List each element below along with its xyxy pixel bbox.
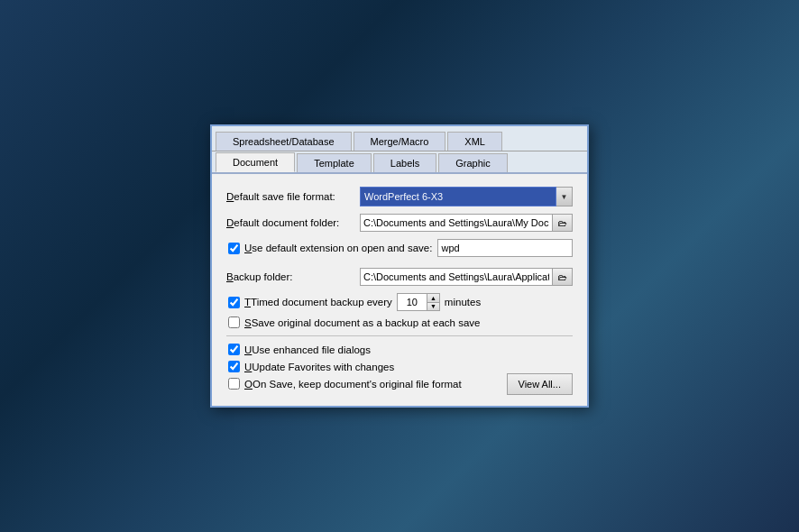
use-enhanced-dialogs-row: UUse enhanced file dialogs: [226, 344, 496, 355]
timed-backup-row: TTimed document backup every ▲ ▼ minutes: [226, 293, 573, 311]
backup-folder-browse-btn[interactable]: 🗁: [553, 268, 573, 286]
keep-original-format-row: OOn Save, keep document's original file …: [226, 378, 496, 390]
default-save-format-label: Default save file format:: [226, 191, 360, 202]
settings-dialog: Spreadsheet/Database Merge/Macro XML Doc…: [210, 124, 589, 408]
dialog-content: Default save file format: WordPerfect 6-…: [212, 174, 587, 406]
save-original-label: SSave original document as a backup at e…: [244, 317, 480, 328]
default-document-folder-row: Default document folder: 🗁: [226, 214, 573, 232]
spinner-buttons: ▲ ▼: [427, 293, 440, 311]
use-default-extension-label: Use default extension on open and save:: [244, 243, 432, 253]
tab-template[interactable]: Template: [297, 153, 372, 172]
use-default-extension-checkbox[interactable]: [228, 243, 240, 254]
tab-graphic[interactable]: Graphic: [438, 153, 508, 172]
update-favorites-label: UUpdate Favorites with changes: [244, 362, 394, 372]
use-enhanced-dialogs-checkbox[interactable]: [228, 344, 240, 355]
spin-up-button[interactable]: ▲: [427, 294, 439, 303]
timed-backup-checkbox[interactable]: [228, 297, 240, 308]
view-all-button[interactable]: View All...: [507, 373, 574, 395]
timed-backup-label: TTimed document backup every: [244, 297, 392, 307]
keep-original-format-label: OOn Save, keep document's original file …: [244, 379, 462, 390]
save-format-dropdown-btn[interactable]: [556, 187, 573, 206]
extension-input[interactable]: [437, 239, 573, 257]
update-favorites-checkbox[interactable]: [228, 361, 240, 372]
tab-row-2: Document Template Labels Graphic: [212, 151, 587, 174]
use-enhanced-dialogs-label: UUse enhanced file dialogs: [244, 344, 371, 355]
backup-folder-row: Backup folder: 🗁: [226, 268, 573, 286]
default-save-format-wrapper: WordPerfect 6-X3: [360, 187, 573, 206]
keep-original-format-checkbox[interactable]: [228, 378, 240, 390]
timed-backup-spinner-wrapper: ▲ ▼: [397, 293, 440, 311]
spin-down-button[interactable]: ▼: [427, 303, 439, 311]
tab-xml[interactable]: XML: [447, 132, 502, 151]
use-default-extension-row: Use default extension on open and save:: [226, 239, 573, 257]
minutes-label: minutes: [445, 297, 481, 307]
timed-backup-minutes-input[interactable]: [397, 293, 427, 311]
default-document-folder-browse-btn[interactable]: 🗁: [553, 214, 573, 232]
update-favorites-row: UUpdate Favorites with changes: [226, 361, 496, 372]
default-document-folder-wrapper: 🗁: [360, 214, 573, 232]
folder-icon: 🗁: [558, 218, 567, 228]
tab-labels[interactable]: Labels: [373, 153, 436, 172]
default-save-format-row: Default save file format: WordPerfect 6-…: [226, 187, 573, 206]
backup-folder-wrapper: 🗁: [360, 268, 573, 286]
tab-merge-macro[interactable]: Merge/Macro: [354, 132, 446, 151]
folder-icon-2: 🗁: [558, 272, 567, 282]
save-original-row: SSave original document as a backup at e…: [226, 316, 573, 328]
divider: [226, 335, 573, 336]
default-save-format-select[interactable]: WordPerfect 6-X3: [360, 187, 556, 206]
backup-folder-input[interactable]: [360, 268, 553, 286]
tab-document[interactable]: Document: [216, 152, 295, 172]
default-document-folder-label: Default document folder:: [226, 217, 360, 228]
default-document-folder-input[interactable]: [360, 214, 553, 232]
bottom-checkboxes: UUse enhanced file dialogs UUpdate Favor…: [226, 344, 496, 395]
tab-row-1: Spreadsheet/Database Merge/Macro XML: [212, 126, 587, 151]
backup-folder-label: Backup folder:: [226, 271, 360, 282]
save-original-checkbox[interactable]: [228, 316, 240, 328]
bottom-section: UUse enhanced file dialogs UUpdate Favor…: [226, 344, 573, 395]
tab-spreadsheet-database[interactable]: Spreadsheet/Database: [216, 132, 352, 151]
